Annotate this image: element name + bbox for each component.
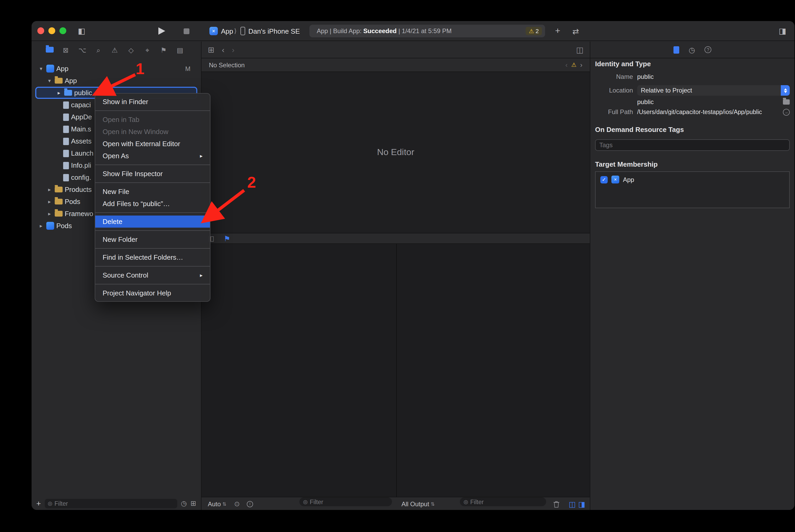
stepper-icon[interactable]	[781, 85, 790, 96]
test-navigator-icon[interactable]: ◇	[127, 46, 135, 53]
menu-item-project-navigator-help[interactable]: Project Navigator Help	[95, 287, 210, 299]
chevron-down-icon[interactable]: ▾	[38, 66, 44, 72]
help-inspector-icon[interactable]: ?	[705, 46, 711, 53]
name-row: Name public	[595, 73, 790, 80]
variables-scope-selector[interactable]: Auto⇅	[208, 497, 226, 510]
jump-bar[interactable]: No Selection ‹ ⚠ ›	[201, 58, 590, 72]
variables-filter-field[interactable]: ◎	[300, 497, 392, 506]
forward-icon[interactable]: ›	[232, 46, 234, 54]
history-inspector-icon[interactable]: ◷	[689, 46, 695, 53]
project-icon	[46, 65, 54, 73]
menu-item-open-with-external-editor[interactable]: Open with External Editor	[95, 138, 210, 150]
console-output-selector[interactable]: All Output⇅	[401, 497, 435, 510]
file-inspector-icon[interactable]	[673, 46, 679, 53]
iphone-icon	[240, 27, 245, 35]
tree-row-label: Pods	[65, 198, 80, 206]
related-items-icon[interactable]: ⊞	[208, 46, 214, 54]
name-value[interactable]: public	[637, 73, 654, 80]
variables-filter-input[interactable]	[310, 499, 388, 505]
scheme-app-icon[interactable]: ✕	[210, 27, 218, 35]
debug-navigator-icon[interactable]: ⌖	[144, 46, 151, 53]
warning-badge[interactable]: ⚠ 2	[526, 27, 542, 35]
menu-item-show-file-inspector[interactable]: Show File Inspector	[95, 168, 210, 180]
clear-console-icon[interactable]	[553, 497, 560, 510]
issue-warning-icon[interactable]: ⚠	[572, 62, 577, 68]
quick-look-icon[interactable]: ⊙	[234, 497, 240, 510]
show-console-view-icon[interactable]: ◨	[578, 497, 585, 510]
show-variables-view-icon[interactable]: ◫	[569, 497, 576, 510]
choose-folder-icon[interactable]	[783, 97, 790, 107]
tree-row-label: App	[56, 65, 68, 73]
recent-files-icon[interactable]: ◷	[181, 500, 187, 507]
zoom-window-button[interactable]	[59, 27, 66, 34]
add-editor-icon[interactable]: ◫	[576, 46, 583, 54]
menu-item-delete[interactable]: Delete	[95, 215, 210, 228]
run-button[interactable]	[158, 27, 165, 35]
location-label: Location	[595, 87, 633, 94]
target-checkbox-checked[interactable]: ✓	[600, 176, 608, 183]
chevron-down-icon[interactable]: ▾	[46, 78, 53, 83]
navigator-filter-input[interactable]	[54, 500, 174, 507]
symbol-navigator-icon[interactable]: ⌥	[78, 46, 86, 53]
breakpoint-navigator-icon[interactable]: ⚑	[160, 46, 167, 53]
xcode-window: ◧ ✕ App ⟩ Dan's iPhone SE App | Build Ap…	[32, 21, 794, 510]
toggle-navigator-icon[interactable]: ◧	[78, 27, 85, 35]
next-issue-icon[interactable]: ›	[580, 61, 582, 68]
run-destination[interactable]: Dan's iPhone SE	[248, 27, 300, 35]
scheme-name[interactable]: App	[221, 27, 233, 35]
chevron-right-icon[interactable]: ▸	[46, 199, 53, 205]
project-navigator-icon[interactable]	[46, 46, 53, 53]
menu-item-open-in-tab[interactable]: Open in Tab	[95, 114, 210, 126]
chevron-right-icon[interactable]: ▸	[56, 90, 62, 96]
print-description-icon[interactable]: i	[247, 497, 253, 510]
menu-item-open-in-new-window[interactable]: Open in New Window	[95, 126, 210, 138]
source-control-navigator-icon[interactable]: ⊠	[62, 46, 70, 53]
navigator-filter-field[interactable]: ◎	[45, 499, 177, 508]
file-icon	[63, 162, 69, 169]
issue-navigator-icon[interactable]: ⚠	[111, 46, 119, 53]
open-in-finder-arrow-icon[interactable]: →	[783, 109, 790, 115]
filter-scope-icon[interactable]: ⊞	[191, 500, 196, 507]
file-icon	[63, 126, 69, 133]
chevron-right-icon[interactable]: ▸	[38, 223, 44, 229]
console-filter-input[interactable]	[470, 499, 542, 505]
debug-divider[interactable]	[396, 244, 397, 497]
menu-item-source-control[interactable]: Source Control▸	[95, 269, 210, 281]
find-navigator-icon[interactable]: ⌕	[95, 46, 102, 53]
navigator-tab-bar: ⊠ ⌥ ⌕ ⚠ ◇ ⌖ ⚑ ▤	[32, 41, 201, 58]
inspector-panel: ◷ ? Identity and Type Name public Locati…	[590, 41, 794, 510]
tree-row-label: config.	[71, 173, 91, 182]
code-review-arrows-icon[interactable]: ⇄	[573, 27, 579, 35]
report-navigator-icon[interactable]: ▤	[176, 46, 184, 53]
add-tab-icon[interactable]: +	[555, 26, 560, 35]
location-select[interactable]: Relative to Project	[637, 85, 790, 96]
console-filter-field[interactable]: ◎	[460, 497, 546, 506]
tags-input[interactable]	[595, 139, 790, 151]
navigator-filter-bar: + ◎ ◷ ⊞	[32, 497, 201, 510]
menu-item-new-file[interactable]: New File	[95, 186, 210, 198]
folder-icon	[55, 187, 62, 192]
chevron-right-icon[interactable]: ▸	[46, 187, 53, 192]
menu-item-open-as[interactable]: Open As▸	[95, 150, 210, 162]
menu-item-find-in-selected-folders[interactable]: Find in Selected Folders…	[95, 251, 210, 263]
minimize-window-button[interactable]	[49, 27, 55, 34]
file-icon	[63, 101, 69, 109]
file-icon	[63, 174, 69, 181]
activity-status[interactable]: App | Build App: Succeeded | 1/4/21 at 5…	[309, 25, 545, 37]
updown-icon: ⇅	[431, 501, 435, 507]
breakpoints-flag-icon[interactable]: ⚑	[224, 235, 231, 242]
target-label: App	[623, 176, 634, 183]
back-icon[interactable]: ‹	[222, 46, 224, 54]
add-item-icon[interactable]: +	[36, 499, 41, 507]
close-window-button[interactable]	[37, 27, 44, 34]
debug-bar: ◧ ⚑	[201, 233, 590, 244]
stop-button[interactable]	[184, 28, 189, 34]
odr-section-header: On Demand Resource Tags	[595, 126, 790, 134]
menu-item-add-files[interactable]: Add Files to “public”…	[95, 198, 210, 210]
target-row[interactable]: ✓ ✕ App	[596, 172, 789, 187]
previous-issue-icon[interactable]: ‹	[565, 61, 568, 68]
toggle-inspector-icon[interactable]: ◨	[779, 27, 786, 35]
menu-item-new-folder[interactable]: New Folder	[95, 233, 210, 246]
filter-icon: ◎	[464, 499, 468, 505]
chevron-right-icon[interactable]: ▸	[46, 211, 53, 216]
